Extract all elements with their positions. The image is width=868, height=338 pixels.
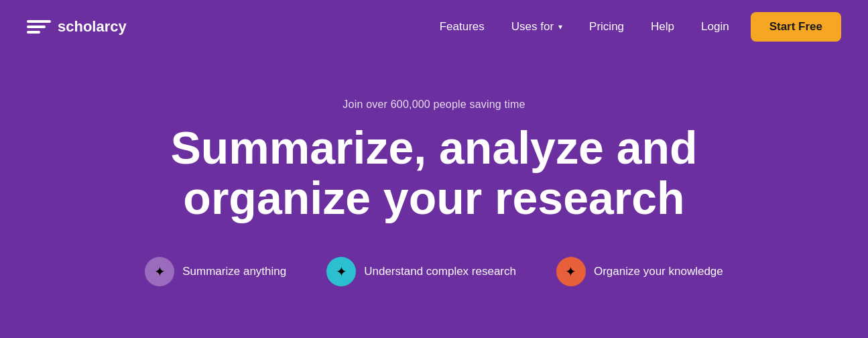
hero-title-line2: organize your research [183,172,684,223]
feature-summarize: ✦ Summarize anything [145,257,286,286]
chevron-down-icon: ▾ [558,22,562,32]
hero-section: Join over 600,000 people saving time Sum… [0,54,868,338]
logo-text: scholarcy [58,18,127,36]
start-free-button[interactable]: Start Free [751,12,841,42]
feature-label-organize: Organize your knowledge [594,265,723,278]
page-wrapper: scholarcy Features Uses for ▾ Pricing He… [0,0,868,338]
feature-understand: ✦ Understand complex research [326,257,516,286]
nav-uses-for[interactable]: Uses for ▾ [501,15,573,39]
logo[interactable]: scholarcy [27,15,127,39]
feature-icon-summarize: ✦ [145,257,174,286]
hero-title: Summarize, analyze and organize your res… [170,123,697,223]
feature-organize: ✦ Organize your knowledge [556,257,723,286]
feature-icon-understand: ✦ [326,257,356,286]
nav-help[interactable]: Help [640,15,685,39]
feature-label-understand: Understand complex research [364,265,516,278]
nav-pricing[interactable]: Pricing [578,15,635,39]
nav-login[interactable]: Login [690,15,740,39]
header: scholarcy Features Uses for ▾ Pricing He… [0,0,868,54]
logo-icon [27,15,51,39]
hero-subtitle: Join over 600,000 people saving time [343,99,525,111]
features-row: ✦ Summarize anything ✦ Understand comple… [145,257,723,286]
hero-title-line1: Summarize, analyze and [170,122,697,173]
main-nav: Features Uses for ▾ Pricing Help Login S… [429,12,841,42]
nav-features[interactable]: Features [429,15,495,39]
feature-label-summarize: Summarize anything [182,265,286,278]
feature-icon-organize: ✦ [556,257,586,286]
